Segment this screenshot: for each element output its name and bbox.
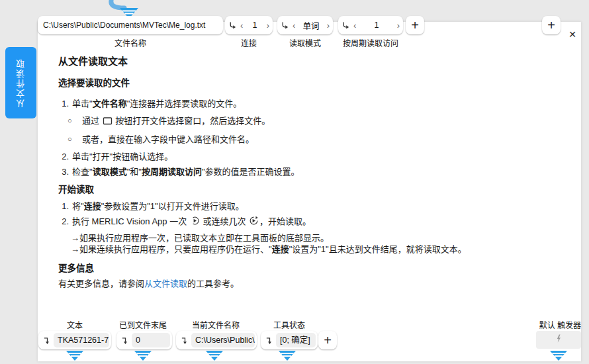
file-name-label: 文件名称 xyxy=(38,37,223,48)
add-output-button[interactable]: + xyxy=(318,331,337,349)
doc-title: 从文件读取文本 xyxy=(58,56,502,67)
data-flow-triangle-icon[interactable] xyxy=(66,350,84,361)
read-mode-label: 读取模式 xyxy=(277,37,333,48)
list-item: 2. 单击"打开"按钮确认选择。 xyxy=(58,151,502,162)
add-parameter-button-right[interactable]: + xyxy=(542,16,561,34)
stepper-next-icon[interactable]: › xyxy=(395,21,402,30)
section-heading-more-info: 更多信息 xyxy=(58,263,502,274)
output-connector-icon[interactable] xyxy=(118,334,132,346)
data-flow-triangle-icon[interactable] xyxy=(278,350,296,361)
list-text: 单击"打开"按钮确认选择。 xyxy=(72,151,173,162)
help-content: 从文件读取文本 选择要读取的文件 1. 单击"文件名称"连接器并选择要读取的文件… xyxy=(58,56,502,289)
read-access-label: 按周期读取访问 xyxy=(334,37,407,48)
default-trigger-label: 默认 触发器 xyxy=(523,319,581,330)
read-mode-value: 单词 xyxy=(297,19,324,32)
output-current-file[interactable]: C:\Users\Public\ xyxy=(176,331,257,349)
param-stepper-connect[interactable]: ‹ 1 › xyxy=(225,16,273,34)
list-text: 将"连接"参数设置为"1"以打开文件进行读取。 xyxy=(72,201,244,212)
note-line: →如果连续执行应用程序，只要应用程序仍在运行、"连接"设置为"1"且未达到文件结… xyxy=(71,244,502,255)
file-path-text: C:\Users\Public\Documents\MVTec\Me_log.t… xyxy=(43,21,205,30)
output-connector-icon[interactable] xyxy=(178,334,191,346)
list-text: 或者，直接在输入字段中键入路径和文件名。 xyxy=(82,134,254,145)
stepper-prev-icon[interactable]: ‹ xyxy=(351,21,358,30)
list-item-sub: ○ 或者，直接在输入字段中键入路径和文件名。 xyxy=(68,134,502,145)
list-text: 执行 MERLIC Vision App 一次 或连续几次 ，开始读取。 xyxy=(72,216,311,228)
tool-tab-read-from-file[interactable]: 从文件读取 xyxy=(5,47,36,118)
bullet-marker: ○ xyxy=(68,115,77,128)
add-parameter-button[interactable]: + xyxy=(406,16,424,34)
run-once-icon xyxy=(190,216,200,228)
output-current-file-label: 当前文件名称 xyxy=(176,319,255,330)
data-flow-triangle-icon[interactable] xyxy=(134,350,152,361)
tool-tab-label: 从文件读取 xyxy=(15,58,27,108)
list-text: 单击"文件名称"连接器并选择要读取的文件。 xyxy=(72,98,242,109)
output-eof-value: 0 xyxy=(132,333,170,347)
stepper-next-icon[interactable]: › xyxy=(265,21,271,30)
section-heading-start-reading: 开始读取 xyxy=(58,184,502,195)
list-number: 3. xyxy=(58,166,69,177)
read-access-value: 1 xyxy=(358,21,394,30)
output-tool-status-label: 工具状态 xyxy=(261,319,318,330)
section-heading-select-file: 选择要读取的文件 xyxy=(58,77,502,89)
list-number: 2. xyxy=(58,151,69,162)
file-name-input[interactable]: C:\Users\Public\Documents\MVTec\Me_log.t… xyxy=(38,16,223,34)
stepper-prev-icon[interactable]: ‹ xyxy=(291,21,297,30)
output-text-label: 文本 xyxy=(38,319,111,330)
list-number: 1. xyxy=(58,201,69,212)
connect-label: 连接 xyxy=(225,37,273,48)
list-number: 2. xyxy=(58,216,69,228)
list-item-sub: ○ 通过 按钮打开文件选择窗口，然后选择文件。 xyxy=(68,115,502,128)
close-icon[interactable]: × xyxy=(566,28,579,41)
trigger-bolt-icon xyxy=(555,334,563,346)
list-item: 1. 将"连接"参数设置为"1"以打开文件进行读取。 xyxy=(58,201,502,212)
input-connector-icon[interactable] xyxy=(279,20,291,30)
default-trigger[interactable] xyxy=(536,331,581,349)
output-eof[interactable]: 0 xyxy=(116,331,172,349)
output-connector-icon[interactable] xyxy=(40,334,54,346)
list-item: 2. 执行 MERLIC Vision App 一次 或连续几次 ，开始读取。 xyxy=(58,216,502,228)
list-text: 通过 按钮打开文件选择窗口，然后选择文件。 xyxy=(82,115,270,128)
data-flow-triangle-icon[interactable] xyxy=(549,350,568,361)
param-stepper-read-access[interactable]: ‹ 1 › xyxy=(338,16,403,34)
connect-value: 1 xyxy=(245,21,264,30)
param-stepper-read-mode[interactable]: ‹ 单词 › xyxy=(277,16,333,34)
input-connector-icon[interactable] xyxy=(226,20,238,30)
list-item: 3. 检查"读取模式"和"按周期读取访问"参数的值是否正确设置。 xyxy=(58,166,502,177)
output-eof-label: 已到文件末尾 xyxy=(111,319,175,330)
note-line: →如果执行应用程序一次，已读取文本立即在工具面板的底部显示。 xyxy=(71,232,502,244)
run-continuous-icon xyxy=(249,216,259,228)
output-connector-icon[interactable] xyxy=(263,334,276,346)
bullet-marker: ○ xyxy=(68,134,77,145)
data-flow-triangle-icon[interactable] xyxy=(205,350,224,361)
more-info-line: 有关更多信息，请参阅从文件读取的工具参考。 xyxy=(58,278,502,289)
output-text[interactable]: TKA571261-7 xyxy=(38,331,111,349)
output-text-value: TKA571261-7 xyxy=(54,333,109,347)
stepper-next-icon[interactable]: › xyxy=(325,21,332,30)
list-number: 1. xyxy=(58,98,69,109)
stepper-prev-icon[interactable]: ‹ xyxy=(238,21,245,30)
list-item: 1. 单击"文件名称"连接器并选择要读取的文件。 xyxy=(58,98,502,109)
output-tool-status[interactable]: [0; 确定] xyxy=(261,331,318,349)
input-connector-icon[interactable] xyxy=(340,20,351,30)
output-current-file-value: C:\Users\Public\ xyxy=(191,333,255,347)
output-tool-status-value: [0; 确定] xyxy=(276,333,316,347)
open-file-dialog-icon xyxy=(103,116,113,128)
tool-reference-link[interactable]: 从文件读取 xyxy=(144,279,187,289)
list-text: 检查"读取模式"和"按周期读取访问"参数的值是否正确设置。 xyxy=(72,166,300,177)
